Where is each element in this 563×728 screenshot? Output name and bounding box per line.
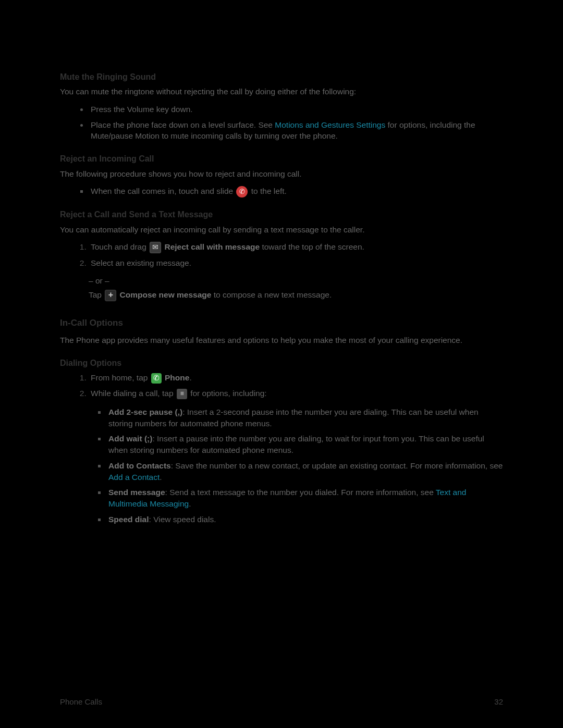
paragraph: The following procedure shows you how to… xyxy=(60,168,503,180)
phone-icon: ✆ xyxy=(151,373,162,384)
list-item: Speed dial: View speed dials. xyxy=(106,514,503,525)
bold-text: Phone xyxy=(163,373,190,382)
text: . xyxy=(189,499,191,508)
text: : Insert a pause into the number you are… xyxy=(108,434,484,454)
page-footer: Phone Calls 32 xyxy=(60,696,503,707)
paragraph: The Phone app provides many useful featu… xyxy=(60,335,503,346)
paragraph: You can automatically reject an incoming… xyxy=(60,224,503,236)
message-icon: ✉ xyxy=(150,242,161,253)
paragraph: You can mute the ringtone without reject… xyxy=(60,86,503,97)
heading-dialing-options: Dialing Options xyxy=(60,357,503,369)
plus-icon: + xyxy=(105,290,116,301)
footer-section-title: Phone Calls xyxy=(60,696,102,707)
text: for options, including: xyxy=(188,389,267,398)
text: to the left. xyxy=(249,187,286,195)
bold-text: Add wait (;) xyxy=(108,434,152,443)
text: to compose a new text message. xyxy=(211,290,332,299)
text: Tap xyxy=(89,290,104,299)
list-item: Place the phone face down on a level sur… xyxy=(89,119,503,142)
text: . xyxy=(189,373,191,382)
bold-text: Send message xyxy=(108,488,165,497)
list-item: When the call comes in, touch and slide … xyxy=(89,186,503,198)
list-item: Touch and drag ✉ Reject call with messag… xyxy=(89,241,503,253)
bullet-list: Press the Volume key down. Place the pho… xyxy=(60,104,503,142)
text: From home, tap xyxy=(91,373,150,382)
heading-reject-with-message: Reject a Call and Send a Text Message xyxy=(60,209,503,220)
or-separator: – or – xyxy=(60,275,503,287)
text: Place the phone face down on a level sur… xyxy=(91,120,275,129)
text: toward the top of the screen. xyxy=(260,242,364,251)
bold-text: Compose new message xyxy=(117,290,211,299)
list-item: From home, tap ✆ Phone. xyxy=(89,372,503,384)
footer-page-number: 32 xyxy=(494,696,503,707)
list-item: Add wait (;): Insert a pause into the nu… xyxy=(106,433,503,455)
bold-text: Speed dial xyxy=(108,515,149,524)
square-list: When the call comes in, touch and slide … xyxy=(60,186,503,198)
list-item: Select an existing message. xyxy=(89,257,503,269)
sub-option-list: Add 2-sec pause (,): Insert a 2-second p… xyxy=(91,406,503,525)
numbered-list: Touch and drag ✉ Reject call with messag… xyxy=(60,241,503,269)
text: While dialing a call, tap xyxy=(91,389,176,398)
link-motions-gestures[interactable]: Motions and Gestures Settings xyxy=(275,120,385,129)
document-page: Mute the Ringing Sound You can mute the … xyxy=(0,0,563,728)
list-item: Add 2-sec pause (,): Insert a 2-second p… xyxy=(106,406,503,429)
bold-text: Add to Contacts xyxy=(108,461,171,470)
text: When the call comes in, touch and slide xyxy=(91,187,235,195)
bold-text: Reject call with message xyxy=(162,242,260,251)
text: : View speed dials. xyxy=(149,515,216,524)
bold-text: Add 2-sec pause (,) xyxy=(108,408,182,416)
heading-reject-call: Reject an Incoming Call xyxy=(60,153,503,165)
list-item: Send message: Send a text message to the… xyxy=(106,487,503,509)
text: : Send a text message to the number you … xyxy=(165,488,436,497)
list-item: Add to Contacts: Save the number to a ne… xyxy=(106,460,503,483)
text: : Save the number to a new contact, or u… xyxy=(171,461,503,470)
reject-call-icon: ✆ xyxy=(236,186,248,198)
compose-line: Tap + Compose new message to compose a n… xyxy=(60,289,503,301)
heading-mute-ringing: Mute the Ringing Sound xyxy=(60,71,503,83)
list-item: Press the Volume key down. xyxy=(89,104,503,115)
link-add-contact[interactable]: Add a Contact xyxy=(108,473,160,482)
menu-icon: ≡ xyxy=(177,389,187,399)
text: . xyxy=(160,473,162,482)
heading-in-call-options: In-Call Options xyxy=(60,317,503,329)
text: Touch and drag xyxy=(91,242,149,251)
list-item: While dialing a call, tap ≡ for options,… xyxy=(89,388,503,525)
numbered-list: From home, tap ✆ Phone. While dialing a … xyxy=(60,372,503,525)
